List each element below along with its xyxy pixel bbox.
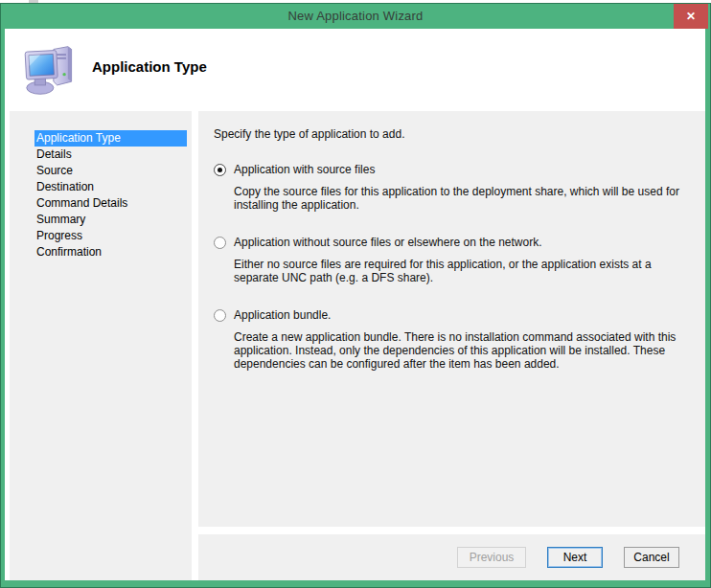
sidebar-item-application-type[interactable]: Application Type: [34, 130, 187, 147]
page-title: Application Type: [92, 58, 207, 75]
window-title: New Application Wizard: [0, 3, 711, 30]
previous-button[interactable]: Previous: [457, 547, 526, 568]
wizard-content-panel: Specify the type of application to add. …: [198, 111, 705, 527]
option-application-bundle: Application bundle. Create a new applica…: [214, 308, 680, 371]
sidebar-item-progress[interactable]: Progress: [10, 228, 192, 244]
titlebar[interactable]: New Application Wizard ✕: [0, 3, 711, 29]
button-bar: Previous Next Cancel: [198, 534, 705, 580]
sidebar-item-details[interactable]: Details: [10, 147, 192, 163]
radio-application-with-source-files[interactable]: Application with source files: [214, 163, 680, 176]
dialog-body: Application Type Application Type Detail…: [5, 29, 705, 580]
instruction-text: Specify the type of application to add.: [214, 127, 680, 141]
sidebar-item-confirmation[interactable]: Confirmation: [10, 244, 192, 260]
content-footer-divider: [198, 527, 705, 534]
radio-application-bundle[interactable]: Application bundle.: [214, 308, 680, 322]
option-description: Copy the source files for this applicati…: [234, 185, 680, 212]
sidebar-item-command-details[interactable]: Command Details: [10, 195, 192, 212]
computer-icon: [23, 42, 80, 98]
option-application-with-source-files: Application with source files Copy the s…: [214, 163, 680, 212]
sidebar-item-destination[interactable]: Destination: [10, 179, 192, 195]
radio-unselected-icon[interactable]: [214, 237, 226, 249]
option-application-without-source-files: Application without source files or else…: [214, 236, 680, 284]
close-icon: ✕: [686, 10, 696, 23]
new-application-wizard-window: New Application Wizard ✕: [0, 3, 711, 588]
radio-selected-icon[interactable]: [214, 164, 226, 176]
option-description: Either no source files are required for …: [234, 258, 680, 284]
wizard-header: Application Type: [5, 29, 705, 111]
sidebar-item-summary[interactable]: Summary: [10, 212, 192, 228]
radio-label: Application without source files or else…: [234, 236, 542, 249]
wizard-steps-sidebar: Application Type Details Source Destinat…: [10, 111, 192, 580]
close-button[interactable]: ✕: [674, 4, 708, 29]
radio-label: Application bundle.: [234, 308, 331, 322]
radio-label: Application with source files: [234, 163, 375, 176]
next-button[interactable]: Next: [547, 547, 603, 568]
cancel-button[interactable]: Cancel: [624, 547, 679, 568]
sidebar-item-source[interactable]: Source: [10, 163, 192, 179]
radio-application-without-source-files[interactable]: Application without source files or else…: [214, 236, 680, 249]
radio-unselected-icon[interactable]: [214, 309, 226, 322]
option-description: Create a new application bundle. There i…: [234, 330, 680, 371]
